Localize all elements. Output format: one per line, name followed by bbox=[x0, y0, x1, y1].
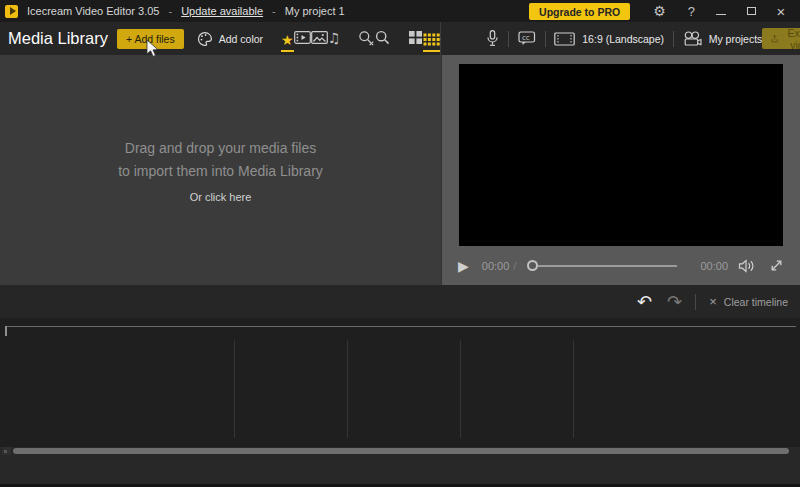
timeline-bottom-bar bbox=[0, 447, 800, 487]
my-projects-button[interactable]: My projects bbox=[683, 31, 763, 47]
current-time-value: 00:00 bbox=[482, 260, 510, 272]
redo-button[interactable]: ↷ bbox=[667, 293, 682, 311]
settings-gear-icon[interactable]: ⚙ bbox=[653, 3, 666, 19]
svg-text:cc: cc bbox=[522, 34, 530, 42]
add-files-button[interactable]: + Add files bbox=[117, 29, 184, 49]
toolbar-separator bbox=[545, 31, 546, 47]
undo-button[interactable]: ↶ bbox=[637, 293, 652, 311]
video-preview-screen bbox=[459, 64, 783, 246]
export-video-button[interactable]: Export video bbox=[762, 28, 800, 49]
add-color-button[interactable]: Add color bbox=[197, 31, 263, 47]
maximize-icon bbox=[747, 7, 756, 15]
filter-all-button[interactable]: ★ bbox=[281, 30, 294, 52]
logo-play-glyph bbox=[10, 7, 16, 15]
image-filter-icon bbox=[311, 31, 328, 44]
grid-large-icon bbox=[408, 30, 423, 45]
timeline-track-area[interactable] bbox=[0, 318, 800, 447]
filter-videos-button[interactable] bbox=[294, 28, 311, 50]
seek-track[interactable] bbox=[538, 265, 677, 267]
fullscreen-button[interactable] bbox=[769, 258, 784, 273]
search-button[interactable] bbox=[375, 28, 390, 50]
app-title: Icecream Video Editor 3.05 bbox=[27, 5, 159, 17]
timeline-playhead[interactable] bbox=[5, 326, 7, 336]
timeline-divider bbox=[234, 340, 235, 438]
subtitles-button[interactable]: cc bbox=[518, 31, 536, 46]
titlebar-controls: Upgrade to PRO ⚙ ? × bbox=[529, 0, 800, 22]
timeline-divider bbox=[347, 340, 348, 438]
aspect-ratio-label: 16:9 (Landscape) bbox=[582, 33, 664, 45]
clear-timeline-button[interactable]: × Clear timeline bbox=[709, 295, 788, 308]
volume-icon bbox=[738, 259, 756, 273]
microphone-icon bbox=[486, 30, 499, 47]
star-icon: ★ bbox=[281, 33, 294, 47]
media-library-toolbar: Media Library + Add files Add color ★ bbox=[0, 22, 441, 55]
filter-images-button[interactable] bbox=[311, 28, 328, 50]
video-filter-icon bbox=[294, 31, 311, 44]
record-voice-button[interactable] bbox=[486, 30, 499, 47]
my-projects-label: My projects bbox=[709, 33, 763, 45]
search-clear-icon bbox=[358, 30, 375, 46]
media-library-title: Media Library bbox=[8, 29, 108, 48]
projector-icon bbox=[683, 31, 702, 47]
dropzone-text-line2: to import them into Media Library bbox=[118, 160, 323, 183]
clear-timeline-label: Clear timeline bbox=[724, 296, 788, 308]
timeline-divider bbox=[460, 340, 461, 438]
aspect-frame-icon bbox=[554, 32, 575, 46]
volume-button[interactable] bbox=[738, 259, 756, 273]
timeline-toolbar: ↶ ↷ × Clear timeline bbox=[0, 285, 800, 318]
dropzone-text-line1: Drag and drop your media files bbox=[125, 137, 316, 160]
current-time: 00:00/ bbox=[482, 260, 517, 272]
clear-x-icon: × bbox=[709, 295, 717, 308]
search-icon bbox=[375, 30, 390, 45]
music-note-icon: ♫ bbox=[328, 31, 341, 45]
cc-subtitles-icon: cc bbox=[518, 31, 536, 46]
reset-search-button[interactable] bbox=[358, 28, 375, 50]
view-large-grid-button[interactable] bbox=[408, 28, 423, 50]
preview-toolbar: cc 16:9 (Landscape) bbox=[441, 22, 800, 55]
dropzone-click-link[interactable]: Or click here bbox=[190, 191, 252, 203]
minimize-icon bbox=[716, 14, 726, 15]
export-video-label: Export video bbox=[785, 27, 800, 51]
close-button[interactable]: × bbox=[766, 0, 796, 22]
add-color-label: Add color bbox=[219, 33, 263, 45]
timeline-ruler bbox=[5, 326, 796, 327]
seek-slider[interactable] bbox=[527, 260, 691, 271]
total-time: 00:00 bbox=[700, 260, 728, 272]
toolbar-separator bbox=[695, 294, 696, 310]
filter-audio-button[interactable]: ♫ bbox=[328, 28, 341, 50]
upgrade-to-pro-button[interactable]: Upgrade to PRO bbox=[529, 3, 630, 20]
preview-panel: ▶ 00:00/ 00:00 bbox=[441, 55, 800, 285]
titlebar: Icecream Video Editor 3.05 - Update avai… bbox=[0, 0, 800, 22]
project-name: My project 1 bbox=[285, 5, 345, 17]
palette-icon bbox=[197, 31, 213, 47]
timeline-divider bbox=[573, 340, 574, 438]
export-icon bbox=[771, 32, 778, 45]
maximize-button[interactable] bbox=[736, 0, 766, 22]
app-logo-icon bbox=[5, 5, 18, 18]
toolbar-separator bbox=[508, 31, 509, 47]
app-window: Icecream Video Editor 3.05 - Update avai… bbox=[0, 0, 800, 487]
media-library-dropzone[interactable]: Drag and drop your media files to import… bbox=[0, 55, 441, 285]
scrollbar-corner[interactable] bbox=[2, 447, 11, 455]
aspect-ratio-selector[interactable]: 16:9 (Landscape) bbox=[554, 32, 664, 46]
minimize-button[interactable] bbox=[706, 0, 736, 22]
grid-small-icon bbox=[423, 33, 440, 46]
horizontal-scrollbar[interactable] bbox=[13, 448, 789, 454]
seek-thumb[interactable] bbox=[527, 260, 538, 271]
time-separator: / bbox=[513, 260, 516, 272]
header-row: Media Library + Add files Add color ★ bbox=[0, 22, 800, 55]
titlebar-dash-1: - bbox=[168, 5, 172, 17]
titlebar-dash-2: - bbox=[272, 5, 276, 17]
play-button[interactable]: ▶ bbox=[458, 259, 469, 273]
fullscreen-icon bbox=[769, 258, 784, 273]
update-available-link[interactable]: Update available bbox=[181, 5, 263, 17]
toolbar-separator bbox=[673, 31, 674, 47]
player-controls: ▶ 00:00/ 00:00 bbox=[442, 246, 800, 285]
view-small-grid-button[interactable] bbox=[423, 30, 440, 52]
help-icon[interactable]: ? bbox=[688, 4, 695, 19]
